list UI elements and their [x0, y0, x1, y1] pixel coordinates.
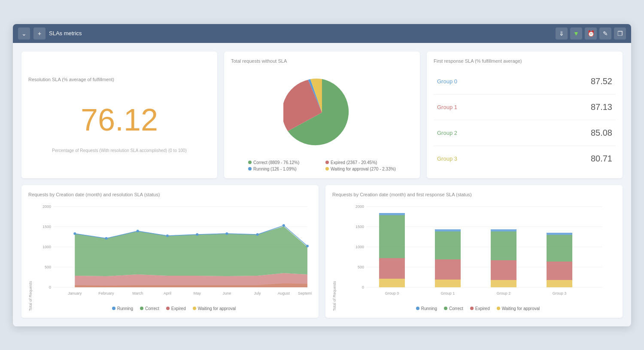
clock-button[interactable]: ⏰: [585, 27, 597, 40]
resolution-sla-subtitle: Percentage of Requests (With resolution …: [52, 148, 187, 153]
pie-legend: Correct (8809 - 76.12%) Expired (2367 - …: [248, 160, 396, 171]
titlebar: ⌄ + SLAs metrics ⇓ ▼ ⏰ ✎ ❐: [13, 24, 631, 43]
svg-text:Group 2: Group 2: [497, 291, 511, 295]
edit-button[interactable]: ✎: [599, 27, 611, 40]
waiting-area-label: Waiting for approval: [198, 306, 236, 311]
expired-area-dot: [166, 307, 170, 310]
legend-running-area: Running: [112, 306, 133, 311]
running-area-dot: [112, 307, 115, 310]
resolution-sla-value: 76.12: [81, 104, 158, 135]
svg-text:2000: 2000: [355, 204, 364, 209]
svg-rect-48: [435, 229, 461, 231]
first-response-sla-card: First response SLA (% fulfillment averag…: [427, 52, 623, 178]
svg-point-17: [196, 233, 198, 236]
svg-text:1000: 1000: [355, 245, 364, 249]
svg-text:Group 0: Group 0: [385, 291, 399, 295]
add-button[interactable]: +: [33, 27, 46, 40]
resolution-y-label: Total of Requests: [28, 202, 33, 311]
svg-text:April: April: [164, 291, 171, 295]
legend-expired-bar: Expired: [470, 306, 490, 311]
waiting-area-dot: [193, 307, 196, 310]
svg-point-19: [256, 233, 259, 236]
svg-rect-41: [379, 279, 405, 287]
legend-running-bar: Running: [416, 306, 437, 311]
svg-text:1500: 1500: [355, 225, 364, 229]
correct-area-dot: [140, 307, 143, 310]
sla-groups: Group 0 87.52 Group 1 87.13 Group 2 85.0…: [434, 69, 616, 171]
resolution-legend: Running Correct Expired: [36, 306, 312, 311]
dashboard-content: Resolution SLA (% average of fulfillment…: [13, 43, 631, 326]
expand-button[interactable]: ❐: [614, 27, 626, 40]
titlebar-actions: ⇓ ▼ ⏰ ✎ ❐: [556, 27, 626, 40]
group2-name: Group 2: [437, 130, 457, 136]
resolution-by-month-card: Requests by Creation date (month) and re…: [21, 185, 319, 318]
group1-value: 87.13: [591, 102, 612, 112]
group3-value: 80.71: [591, 154, 612, 164]
group0-value: 87.52: [591, 76, 612, 86]
running-label: Running (126 - 1.09%): [253, 167, 297, 171]
running-area-label: Running: [117, 306, 133, 311]
group-y-label: Total of Requests: [332, 202, 337, 311]
sla-row-group0: Group 0 87.52: [434, 69, 616, 94]
svg-rect-52: [491, 229, 516, 231]
svg-rect-50: [491, 260, 516, 280]
svg-rect-54: [547, 262, 572, 280]
svg-point-16: [166, 234, 169, 237]
waiting-dot: [325, 167, 329, 170]
svg-point-14: [105, 237, 108, 240]
svg-point-18: [225, 232, 228, 235]
running-bar-dot: [416, 307, 419, 310]
resolution-area-chart: 2000 1500 1000 500 0: [36, 202, 312, 301]
svg-point-20: [283, 224, 285, 227]
total-requests-card: Total requests without SLA: [224, 52, 420, 178]
svg-text:February: February: [98, 291, 114, 295]
expired-bar-label: Expired: [475, 306, 490, 311]
svg-text:July: July: [254, 291, 261, 295]
bottom-row: Requests by Creation date (month) and re…: [21, 185, 623, 318]
svg-rect-46: [435, 259, 461, 280]
waiting-label: Waiting for approval (270 - 2.33%): [331, 167, 396, 171]
sla-row-group3: Group 3 80.71: [434, 146, 616, 171]
group-legend: Running Correct Expired: [340, 306, 616, 311]
legend-correct-area: Correct: [140, 306, 159, 311]
resolution-sla-title: Resolution SLA (% average of fulfillment…: [28, 77, 210, 82]
svg-text:Group 1: Group 1: [441, 291, 455, 295]
download-button[interactable]: ⇓: [556, 27, 568, 40]
top-row: Resolution SLA (% average of fulfillment…: [21, 52, 623, 178]
svg-text:500: 500: [45, 265, 51, 269]
svg-text:March: March: [132, 291, 143, 295]
expired-label: Expired (2367 - 20.45%): [331, 160, 377, 165]
legend-waiting-area: Waiting for approval: [193, 306, 236, 311]
pie-chart: [283, 74, 361, 151]
correct-dot: [248, 161, 252, 164]
legend-expired: Expired (2367 - 20.45%): [325, 160, 396, 165]
expired-dot: [325, 161, 329, 164]
first-response-by-group-card: Requests by Creation date (month) and fi…: [325, 185, 623, 318]
chevron-down-button[interactable]: ⌄: [18, 27, 30, 40]
running-bar-label: Running: [421, 306, 437, 311]
page-title: SLAs metrics: [49, 30, 552, 37]
legend-waiting-bar: Waiting for approval: [497, 306, 540, 311]
correct-bar-dot: [444, 307, 447, 310]
svg-rect-55: [547, 235, 572, 262]
expired-area-label: Expired: [171, 306, 186, 311]
svg-rect-45: [435, 280, 461, 287]
correct-bar-label: Correct: [449, 306, 463, 311]
group3-name: Group 3: [437, 155, 457, 162]
svg-point-15: [137, 230, 139, 232]
group0-name: Group 0: [437, 78, 457, 85]
svg-rect-51: [491, 231, 516, 260]
svg-rect-44: [379, 213, 405, 215]
legend-correct: Correct (8809 - 76.12%): [248, 160, 319, 165]
svg-text:0: 0: [49, 285, 51, 289]
filter-button[interactable]: ▼: [570, 27, 582, 40]
svg-marker-12: [75, 226, 307, 276]
waiting-bar-dot: [497, 307, 500, 310]
svg-text:September: September: [298, 291, 312, 295]
svg-text:August: August: [278, 291, 290, 295]
svg-rect-43: [379, 215, 405, 258]
svg-text:Group 3: Group 3: [553, 291, 567, 295]
running-dot: [248, 167, 252, 170]
resolution-month-title: Requests by Creation date (month) and re…: [28, 192, 312, 197]
legend-waiting: Waiting for approval (270 - 2.33%): [325, 167, 396, 171]
